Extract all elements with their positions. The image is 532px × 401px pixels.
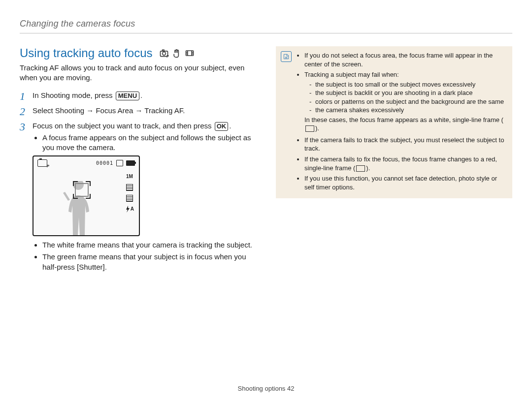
hand-icon (172, 48, 182, 58)
flash-auto-label: A (131, 206, 134, 213)
step-3-bullet-3: The green frame means that your subject … (42, 252, 261, 272)
note-box: If you do not select a focus area, the f… (276, 46, 512, 198)
focus-corner-br (86, 194, 91, 199)
note-icon (281, 51, 292, 62)
right-column: If you do not select a focus area, the f… (276, 46, 512, 277)
battery-icon (126, 160, 135, 166)
svg-rect-2 (163, 50, 164, 51)
camera-mode-icon (37, 159, 47, 167)
case-note: In these cases, the focus frame appears … (304, 116, 505, 133)
intro-text: Tracking AF allows you to track and auto… (20, 63, 261, 83)
focus-corner-tl (73, 181, 78, 186)
resolution-label: 1M (126, 173, 133, 180)
step-2: Select Shooting → Focus Area → Tracking … (20, 105, 261, 116)
note-item-4-pre: If the camera fails to fix the focus, th… (304, 155, 497, 172)
mode-icons: P (159, 48, 195, 58)
content-columns: Using tracking auto focus P (20, 46, 512, 277)
step-3-post: . (229, 122, 231, 130)
step-3: Focus on the subject you want to track, … (20, 121, 261, 272)
ok-button-icon: OK (215, 122, 229, 131)
lcd-topbar: 00001 (37, 159, 135, 167)
metering-icon (126, 195, 133, 202)
red-single-frame-icon (356, 165, 365, 172)
section-title-text: Using tracking auto focus (20, 46, 152, 60)
step-2-text: Select Shooting → Focus Area → Tracking … (33, 106, 185, 115)
step-1-pre: In Shooting mode, press (33, 91, 115, 99)
step-3-details: A focus frame appears on the subject and… (33, 133, 261, 153)
camera-p-icon: P (159, 48, 169, 58)
svg-text:P: P (166, 54, 169, 58)
note-item-4: If the camera fails to fix the focus, th… (304, 155, 505, 172)
footer-page-number: 42 (287, 385, 294, 392)
steps-list: In Shooting mode, press MENU. Select Sho… (20, 90, 261, 272)
film-icon (185, 48, 195, 58)
case-note-pre: In these cases, the focus frame appears … (304, 116, 503, 123)
step-3-pre: Focus on the subject you want to track, … (33, 122, 214, 130)
svg-point-1 (163, 52, 166, 56)
lcd-topright: 00001 (96, 159, 135, 167)
fail-cond-2: the subject is backlit or you are shooti… (309, 89, 505, 97)
fail-cond-3: colors or patterns on the subject and th… (309, 97, 505, 106)
note-item-5: If you use this function, you cannot set… (304, 174, 505, 191)
note-item-1: If you do not select a focus area, the f… (304, 51, 505, 68)
menu-button-icon: MENU (116, 92, 139, 100)
left-column: Using tracking auto focus P (20, 46, 261, 277)
note-item-2-text: Tracking a subject may fail when: (304, 71, 399, 78)
note-item-2: Tracking a subject may fail when: the su… (304, 70, 505, 133)
note-list: If you do not select a focus area, the f… (297, 51, 505, 191)
shot-counter: 00001 (96, 160, 113, 167)
lcd-preview: 00001 1M A (33, 155, 140, 236)
step-1: In Shooting mode, press MENU. (20, 90, 261, 100)
focus-frame (73, 181, 91, 199)
step-3-bullet-1: A focus frame appears on the subject and… (42, 133, 261, 153)
footer-section: Shooting options (238, 385, 286, 392)
section-title: Using tracking auto focus P (20, 46, 261, 60)
memory-card-icon (116, 160, 123, 166)
step-1-post: . (140, 91, 142, 99)
white-single-frame-icon (305, 125, 314, 132)
fail-cond-1: the subject is too small or the subject … (309, 80, 505, 89)
flash-auto-icon: A (125, 206, 134, 213)
breadcrumb: Changing the cameras focus (20, 19, 512, 33)
case-note-post: ). (315, 124, 319, 132)
fail-cond-4: the camera shakes excessively (309, 106, 505, 115)
lcd-right-icons: 1M A (125, 173, 134, 213)
focus-corner-bl (73, 194, 78, 199)
note-item-3: If the camera fails to track the subject… (304, 136, 505, 153)
manual-page: Changing the cameras focus Using trackin… (0, 0, 532, 401)
quality-icon (126, 184, 133, 191)
step-3-details-after: The white frame means that your camera i… (33, 240, 261, 272)
page-footer: Shooting options 42 (0, 385, 532, 392)
step-3-bullet-2: The white frame means that your camera i… (42, 240, 261, 250)
focus-corner-tr (86, 181, 91, 186)
fail-conditions: the subject is too small or the subject … (304, 80, 505, 115)
svg-rect-4 (186, 51, 194, 56)
note-item-4-post: ). (366, 164, 370, 172)
